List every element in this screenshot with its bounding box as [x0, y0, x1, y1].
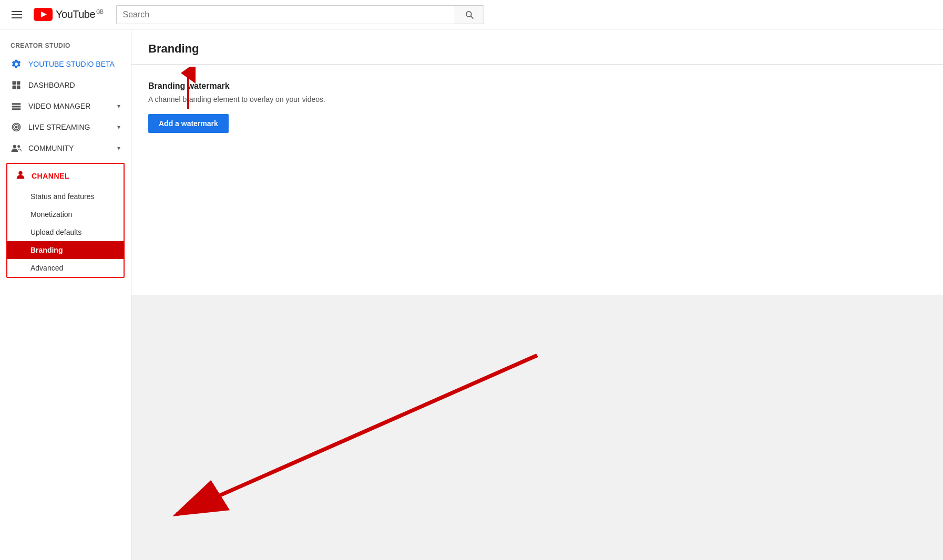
search-form: [116, 5, 484, 24]
youtube-wordmark: YouTubeGB: [56, 8, 104, 20]
sidebar-item-monetization[interactable]: Monetization: [7, 205, 124, 223]
sidebar-item-advanced[interactable]: Advanced: [7, 259, 124, 277]
chevron-down-icon: ▾: [117, 102, 120, 110]
video-manager-icon: [11, 101, 22, 111]
sidebar: CREATOR STUDIO YOUTUBE STUDIO BETA DASHB…: [0, 29, 131, 560]
svg-rect-7: [17, 86, 20, 89]
main-content: Branding Branding watermark A channel br…: [131, 29, 943, 295]
svg-point-14: [13, 145, 16, 148]
hamburger-menu[interactable]: [8, 8, 25, 22]
top-navigation: YouTubeGB: [0, 0, 943, 29]
svg-rect-6: [13, 86, 16, 89]
status-features-label: Status and features: [30, 192, 94, 201]
svg-rect-9: [12, 106, 21, 107]
dashboard-label: DASHBOARD: [28, 81, 75, 89]
sidebar-item-dashboard[interactable]: DASHBOARD: [0, 75, 131, 96]
community-icon: [11, 143, 22, 153]
live-streaming-label: LIVE STREAMING: [28, 123, 90, 131]
youtube-logo-icon: [34, 8, 53, 21]
studio-beta-label: YOUTUBE STUDIO BETA: [28, 60, 115, 68]
add-watermark-button[interactable]: Add a watermark: [148, 114, 229, 133]
button-area: Add a watermark: [148, 114, 229, 133]
svg-rect-5: [17, 81, 20, 85]
svg-point-16: [18, 171, 22, 175]
search-input[interactable]: [116, 5, 455, 24]
sidebar-item-upload-defaults[interactable]: Upload defaults: [7, 223, 124, 241]
channel-label: CHANNEL: [32, 172, 69, 180]
svg-line-20: [177, 355, 537, 514]
sidebar-item-channel[interactable]: CHANNEL: [7, 164, 124, 188]
monetization-label: Monetization: [30, 210, 72, 219]
gear-icon: [11, 59, 22, 69]
svg-point-15: [17, 145, 20, 148]
sidebar-item-branding[interactable]: Branding: [7, 241, 124, 259]
upload-defaults-label: Upload defaults: [30, 228, 81, 236]
advanced-label: Advanced: [30, 264, 63, 272]
video-manager-label: VIDEO MANAGER: [28, 102, 90, 110]
page-layout: CREATOR STUDIO YOUTUBE STUDIO BETA DASHB…: [0, 29, 943, 560]
svg-point-11: [15, 126, 18, 129]
svg-rect-4: [13, 81, 16, 85]
content-body: Branding watermark A channel branding el…: [131, 65, 943, 150]
chevron-down-icon2: ▾: [117, 123, 120, 131]
sidebar-item-studio-beta[interactable]: YOUTUBE STUDIO BETA: [0, 54, 131, 75]
search-button[interactable]: [455, 5, 484, 24]
svg-rect-8: [12, 103, 21, 105]
gray-area: [131, 295, 943, 560]
sidebar-item-video-manager[interactable]: VIDEO MANAGER ▾: [0, 96, 131, 117]
content-header: Branding: [131, 29, 943, 65]
dashboard-icon: [11, 80, 22, 90]
yt-region: GB: [96, 9, 103, 15]
svg-rect-10: [12, 108, 21, 110]
sidebar-item-community[interactable]: COMMUNITY ▾: [0, 138, 131, 159]
watermark-subtitle: Branding watermark: [148, 81, 926, 91]
sidebar-item-status-features[interactable]: Status and features: [7, 188, 124, 205]
sidebar-item-live-streaming[interactable]: LIVE STREAMING ▾: [0, 117, 131, 138]
chevron-down-icon3: ▾: [117, 144, 120, 152]
live-streaming-icon: [11, 122, 22, 132]
svg-point-2: [466, 12, 472, 17]
branding-label: Branding: [30, 246, 63, 254]
logo-area: YouTubeGB: [34, 8, 104, 21]
svg-line-3: [470, 16, 473, 18]
watermark-section: Branding watermark A channel branding el…: [148, 81, 926, 133]
page-title: Branding: [148, 42, 926, 56]
channel-section: CHANNEL Status and features Monetization…: [6, 163, 125, 278]
main-wrapper: Branding Branding watermark A channel br…: [131, 29, 943, 560]
channel-person-icon: [15, 169, 26, 182]
search-icon: [465, 10, 474, 19]
watermark-description: A channel branding element to overlay on…: [148, 95, 926, 103]
creator-studio-label: CREATOR STUDIO: [0, 38, 131, 54]
arrow-diagonal-annotation: [131, 295, 943, 560]
community-label: COMMUNITY: [28, 144, 74, 152]
